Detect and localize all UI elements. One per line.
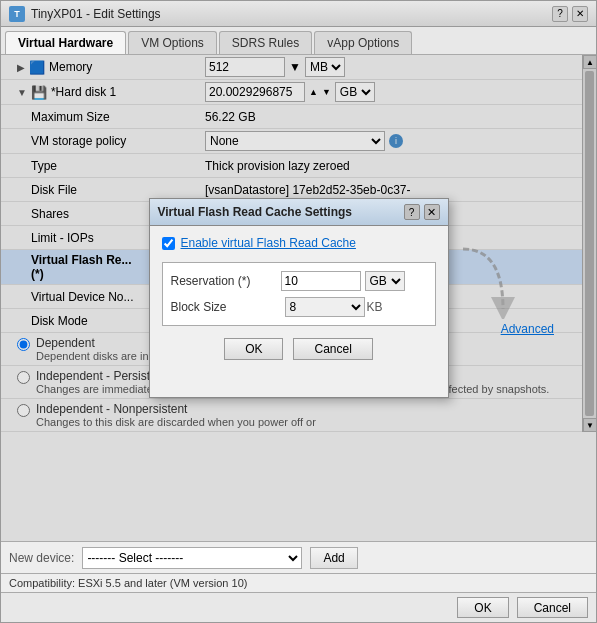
cancel-button[interactable]: Cancel [517, 597, 588, 618]
modal-cancel-button[interactable]: Cancel [293, 338, 372, 360]
modal-title: Virtual Flash Read Cache Settings [158, 205, 353, 219]
compat-text: Compatibility: ESXi 5.5 and later (VM ve… [9, 577, 247, 589]
blocksize-select[interactable]: 8 16 32 [285, 297, 365, 317]
tab-virtual-hardware[interactable]: Virtual Hardware [5, 31, 126, 54]
add-button[interactable]: Add [310, 547, 357, 569]
tab-vapp-options[interactable]: vApp Options [314, 31, 412, 54]
reservation-input[interactable] [281, 271, 361, 291]
bottom-bar: New device: ------- Select ------- Add [1, 541, 596, 573]
modal-content: Enable virtual Flash Read Cache Reservat… [150, 226, 448, 378]
compat-bar: Compatibility: ESXi 5.5 and later (VM ve… [1, 573, 596, 592]
close-button[interactable]: ✕ [572, 6, 588, 22]
reservation-row: Reservation (*) GB MB [171, 271, 427, 291]
new-device-label: New device: [9, 551, 74, 565]
modal-form: Reservation (*) GB MB Block Size 8 1 [162, 262, 436, 326]
reservation-label: Reservation (*) [171, 274, 281, 288]
content-area: ▶ 🟦 Memory ▼ MB GB [1, 55, 596, 541]
modal-ok-button[interactable]: OK [224, 338, 283, 360]
tab-vm-options[interactable]: VM Options [128, 31, 217, 54]
ok-button[interactable]: OK [457, 597, 508, 618]
tabbar: Virtual Hardware VM Options SDRS Rules v… [1, 27, 596, 55]
modal-footer: OK Cancel [162, 334, 436, 368]
arrow-decoration [453, 239, 518, 322]
help-button[interactable]: ? [552, 6, 568, 22]
modal-title-btns: ? ✕ [404, 204, 440, 220]
titlebar-buttons: ? ✕ [552, 6, 588, 22]
tab-sdrs-rules[interactable]: SDRS Rules [219, 31, 312, 54]
main-window: T TinyXP01 - Edit Settings ? ✕ Virtual H… [0, 0, 597, 623]
reservation-unit-select[interactable]: GB MB [365, 271, 405, 291]
modal-titlebar: Virtual Flash Read Cache Settings ? ✕ [150, 199, 448, 226]
titlebar: T TinyXP01 - Edit Settings ? ✕ [1, 1, 596, 27]
modal-overlay: Virtual Flash Read Cache Settings ? ✕ En… [1, 55, 596, 541]
blocksize-row: Block Size 8 16 32 KB [171, 297, 427, 317]
vflash-modal: Virtual Flash Read Cache Settings ? ✕ En… [149, 198, 449, 398]
enable-vflash-label[interactable]: Enable virtual Flash Read Cache [181, 236, 356, 250]
window-title: TinyXP01 - Edit Settings [31, 7, 161, 21]
modal-close-button[interactable]: ✕ [424, 204, 440, 220]
device-select[interactable]: ------- Select ------- [82, 547, 302, 569]
footer-buttons: OK Cancel [1, 592, 596, 622]
app-icon: T [9, 6, 25, 22]
modal-help-button[interactable]: ? [404, 204, 420, 220]
advanced-link[interactable]: Advanced [501, 322, 554, 336]
titlebar-left: T TinyXP01 - Edit Settings [9, 6, 161, 22]
blocksize-label: Block Size [171, 300, 281, 314]
blocksize-unit: KB [367, 300, 383, 314]
enable-vflash-checkbox[interactable] [162, 237, 175, 250]
modal-checkbox-row: Enable virtual Flash Read Cache [162, 236, 436, 250]
arrow-svg [453, 239, 518, 319]
